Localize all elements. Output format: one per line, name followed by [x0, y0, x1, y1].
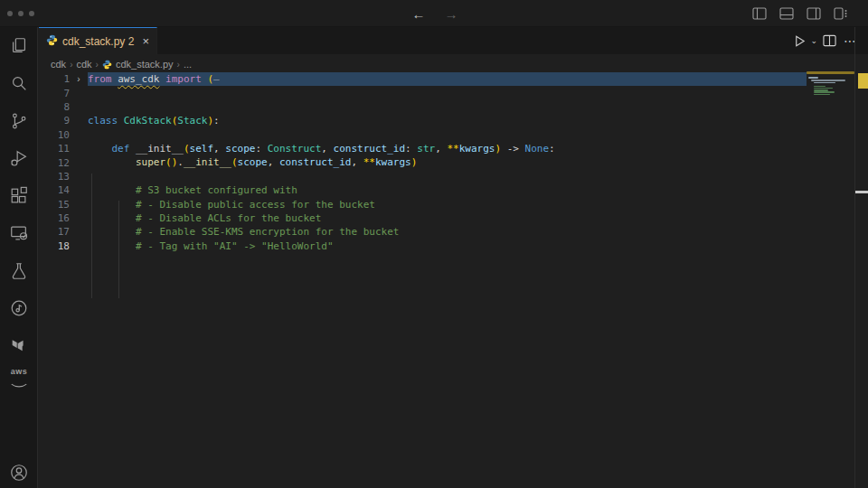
circular-extension-icon[interactable]: [0, 290, 38, 328]
line-number[interactable]: 11: [39, 143, 70, 155]
nav-back-icon[interactable]: ←: [409, 4, 429, 23]
line-number[interactable]: 18: [39, 240, 70, 252]
nav-forward-icon[interactable]: →: [441, 4, 461, 23]
code-line[interactable]: 17 # - Enable SSE-KMS encryption for the…: [39, 225, 807, 239]
overview-ruler: [854, 27, 868, 488]
window-minimize-dot[interactable]: [18, 11, 24, 16]
extensions-icon[interactable]: [0, 177, 38, 215]
line-number[interactable]: 14: [39, 184, 70, 196]
history-navigation: ← →: [409, 4, 461, 23]
code-text: # - Disable ACLs for the bucket: [88, 211, 807, 225]
code-line[interactable]: 10: [39, 128, 807, 142]
minimap-line: [814, 94, 830, 96]
line-number[interactable]: 1: [39, 73, 70, 85]
line-number[interactable]: 16: [39, 212, 70, 224]
terraform-icon[interactable]: [0, 327, 38, 365]
fold-chevron-icon[interactable]: ›: [70, 74, 88, 84]
code-line[interactable]: 11 def __init__(self, scope: Construct, …: [39, 142, 807, 155]
line-number[interactable]: 10: [39, 129, 70, 141]
line-number[interactable]: 13: [39, 171, 70, 183]
remote-explorer-icon[interactable]: [0, 215, 38, 253]
editor-group: cdk_stack.py 2 × ⌄ ⋯ cdk › cdk › cdk_s: [39, 27, 868, 488]
code-text: # - Tag with "AI" -> "HelloWorld": [88, 239, 807, 253]
code-line[interactable]: 7: [39, 86, 807, 99]
code-line[interactable]: 18 # - Tag with "AI" -> "HelloWorld": [39, 239, 807, 253]
code-text: [88, 100, 807, 114]
line-number[interactable]: 15: [39, 199, 70, 211]
aws-toolkit-icon[interactable]: aws: [0, 365, 38, 403]
source-control-icon[interactable]: [0, 102, 38, 140]
code-text: def __init__(self, scope: Construct, con…: [88, 142, 807, 155]
line-number[interactable]: 17: [39, 226, 70, 238]
code-text: [88, 128, 807, 142]
overview-cursor-marker: [855, 191, 868, 193]
code-editor[interactable]: 1›from aws_cdk import (–789class CdkStac…: [39, 27, 868, 488]
search-icon[interactable]: [0, 65, 38, 103]
code-text: from aws_cdk import (–: [88, 72, 807, 86]
minimap-line: [807, 71, 854, 74]
customize-layout-icon[interactable]: [830, 5, 852, 23]
line-number[interactable]: 7: [39, 88, 70, 99]
minimap-line: [814, 82, 835, 84]
code-text: # S3 bucket configured with: [88, 183, 807, 197]
minimap-line: [811, 80, 845, 81]
code-line[interactable]: 14 # S3 bucket configured with: [39, 183, 807, 197]
line-number[interactable]: 8: [39, 101, 70, 113]
code-line[interactable]: 1›from aws_cdk import (–: [39, 72, 807, 86]
code-line[interactable]: 8: [39, 100, 807, 114]
window-close-dot[interactable]: [7, 11, 13, 16]
minimap-line: [808, 77, 818, 79]
code-text: super().__init__(scope, construct_id, **…: [88, 155, 807, 169]
code-line[interactable]: 9class CdkStack(Stack):: [39, 114, 807, 127]
code-line[interactable]: 15 # - Disable public access for the buc…: [39, 198, 807, 211]
activity-bar: aws: [0, 27, 38, 488]
toggle-primary-sidebar-icon[interactable]: [749, 5, 770, 23]
code-text: [88, 86, 807, 99]
accounts-icon[interactable]: [0, 458, 38, 487]
titlebar: ← →: [0, 0, 868, 27]
window-maximize-dot[interactable]: [29, 11, 34, 16]
code-text: class CdkStack(Stack):: [88, 114, 807, 127]
toggle-secondary-sidebar-icon[interactable]: [803, 5, 825, 23]
window-controls[interactable]: [7, 11, 34, 16]
code-lines: 1›from aws_cdk import (–789class CdkStac…: [39, 72, 807, 253]
code-text: [88, 170, 807, 183]
line-number[interactable]: 12: [39, 157, 70, 169]
code-text: # - Disable public access for the bucket: [88, 198, 807, 211]
explorer-icon[interactable]: [0, 27, 38, 65]
code-line[interactable]: 13: [39, 170, 807, 183]
layout-controls: [749, 5, 852, 23]
minimap-line: [814, 91, 835, 93]
overview-warning-marker: [858, 73, 868, 89]
code-line[interactable]: 12 super().__init__(scope, construct_id,…: [39, 155, 807, 169]
minimap[interactable]: [807, 70, 854, 278]
testing-icon[interactable]: [0, 252, 38, 290]
toggle-panel-icon[interactable]: [776, 5, 797, 23]
run-debug-icon[interactable]: [0, 140, 38, 178]
minimap-line: [814, 86, 826, 88]
line-number[interactable]: 9: [39, 115, 70, 127]
code-text: # - Enable SSE-KMS encryption for the bu…: [88, 225, 807, 239]
vscode-window: ← →: [0, 0, 868, 488]
code-line[interactable]: 16 # - Disable ACLs for the bucket: [39, 211, 807, 225]
